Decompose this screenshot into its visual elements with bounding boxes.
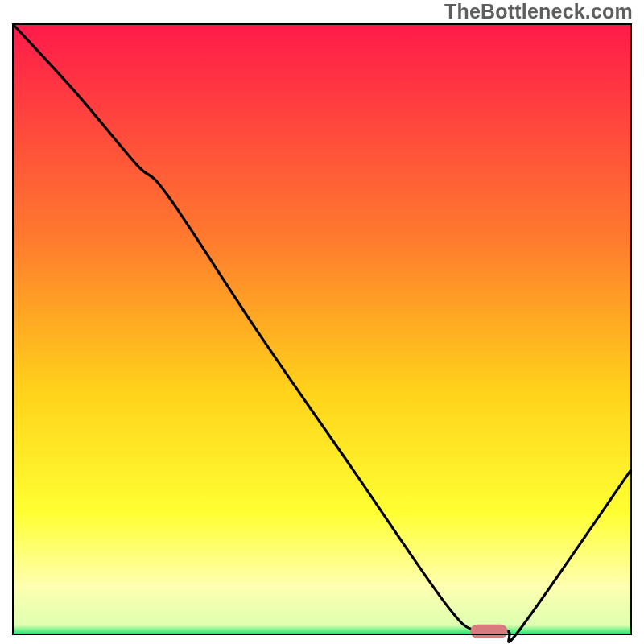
optimal-range-marker <box>470 625 507 638</box>
chart-stage: TheBottleneck.com <box>0 0 644 644</box>
plot-background <box>13 24 631 634</box>
bottleneck-chart <box>0 0 644 644</box>
